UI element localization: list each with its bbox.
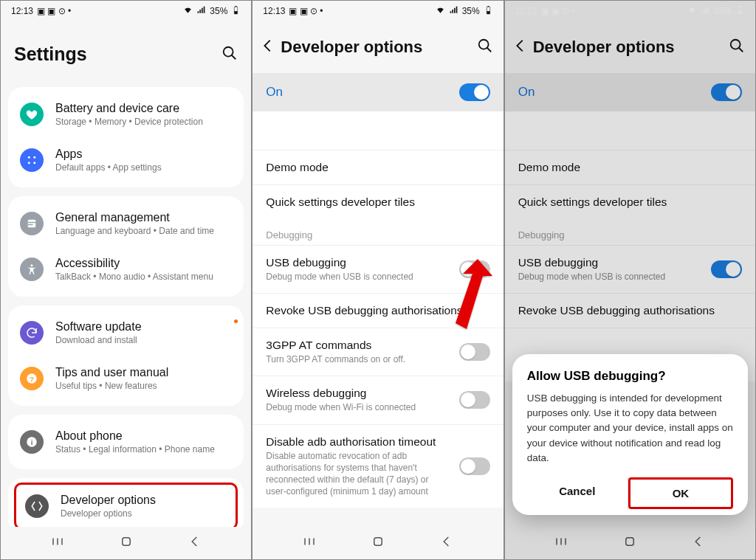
svg-rect-22: [487, 11, 489, 14]
nav-home-icon[interactable]: [370, 535, 386, 551]
row-title: Quick settings developer tiles: [266, 196, 489, 209]
cancel-button[interactable]: Cancel: [527, 477, 628, 509]
revoke-auth-row: Revoke USB debugging authorisations: [505, 293, 755, 328]
usb-debugging-dialog: Allow USB debugging? USB debugging is in…: [512, 354, 748, 515]
status-battery: 35%: [714, 6, 732, 16]
nav-bar: [505, 527, 755, 559]
status-time: 12:13: [515, 6, 537, 16]
row-title: Accessibility: [55, 257, 232, 270]
row-title: Disable adb authorisation timeout: [266, 435, 450, 449]
row-title: Demo mode: [518, 161, 742, 174]
settings-row-battery-and-device-care[interactable]: Battery and device careStorage • Memory …: [8, 91, 244, 137]
nav-recents-icon[interactable]: [49, 535, 66, 551]
row-title: Software update: [55, 320, 232, 333]
settings-row-accessibility[interactable]: AccessibilityTalkBack • Mono audio • Ass…: [8, 246, 244, 292]
tips-icon: ?: [20, 367, 44, 390]
row-title: Demo mode: [266, 161, 489, 174]
row-title: About phone: [55, 429, 232, 443]
wireless-debugging-row[interactable]: Wireless debugging Debug mode when Wi-Fi…: [252, 376, 503, 424]
master-toggle[interactable]: [459, 83, 490, 101]
adb-toggle[interactable]: [459, 457, 490, 475]
search-icon[interactable]: [477, 38, 493, 57]
status-notif-icons: ▣ ▣ ⊙ •: [37, 6, 71, 16]
accessibility-icon: [20, 257, 44, 281]
settings-row-software-update[interactable]: Software updateDownload and install: [8, 310, 244, 356]
status-time: 12:13: [263, 6, 285, 16]
row-title: USB debugging: [266, 256, 450, 269]
demo-mode-row[interactable]: Demo mode: [252, 150, 503, 184]
usb-debugging-toggle[interactable]: [459, 260, 490, 278]
nav-recents-icon[interactable]: [301, 535, 317, 551]
svg-point-5: [28, 156, 30, 159]
row-sub: Disable automatic revocation of adb auth…: [266, 450, 450, 498]
nav-home-icon[interactable]: [622, 535, 638, 551]
on-label: On: [266, 85, 283, 100]
settings-row-about-phone[interactable]: iAbout phoneStatus • Legal information •…: [8, 419, 244, 465]
screen-dev-options: 12:13 ▣ ▣ ⊙ • 35% Developer options On D…: [252, 1, 503, 559]
dev-list[interactable]: On Demo mode Quick settings developer ti…: [252, 73, 503, 527]
row-sub: Turn 3GPP AT commands on or off.: [266, 353, 450, 365]
gpp-toggle[interactable]: [459, 343, 490, 361]
svg-text:?: ?: [30, 375, 34, 383]
page-title: Developer options: [281, 38, 476, 57]
row-title: Tips and user manual: [55, 366, 232, 379]
row-sub: Debug mode when USB is connected: [518, 271, 702, 283]
settings-card: General managementLanguage and keyboard …: [8, 196, 244, 297]
nav-bar: [1, 527, 251, 559]
nav-home-icon[interactable]: [118, 535, 134, 551]
demo-mode-row: Demo mode: [505, 150, 755, 184]
svg-point-24: [478, 40, 488, 49]
apps-icon: [20, 148, 44, 172]
svg-rect-23: [487, 6, 489, 7]
quick-tiles-row: Quick settings developer tiles: [505, 184, 755, 219]
row-sub: Default apps • App settings: [55, 162, 232, 173]
settings-card: iAbout phoneStatus • Legal information •…: [8, 415, 244, 469]
settings-card: Developer optionsDeveloper options: [8, 478, 244, 527]
master-toggle-row: On: [505, 73, 755, 111]
screen-settings: 12:13 ▣ ▣ ⊙ • 35% Settings Battery and d…: [1, 1, 251, 559]
usb-debugging-row[interactable]: USB debugging Debug mode when USB is con…: [252, 245, 503, 293]
page-title: Developer options: [533, 38, 729, 57]
nav-recents-icon[interactable]: [553, 535, 569, 551]
wireless-toggle[interactable]: [459, 391, 490, 409]
back-icon[interactable]: [260, 38, 276, 57]
status-bar: 12:13 ▣ ▣ ⊙ • 35%: [505, 1, 755, 21]
svg-point-12: [31, 264, 33, 266]
settings-row-tips-and-user-manual[interactable]: ?Tips and user manualUseful tips • New f…: [8, 356, 244, 401]
blank-space: [252, 111, 503, 150]
status-time: 12:13: [11, 6, 33, 16]
settings-row-apps[interactable]: AppsDefault apps • App settings: [8, 137, 244, 183]
settings-row-developer-options[interactable]: Developer optionsDeveloper options: [14, 483, 238, 527]
search-icon[interactable]: [221, 45, 238, 64]
revoke-auth-row[interactable]: Revoke USB debugging authorisations: [252, 293, 503, 328]
wifi-icon: [183, 5, 193, 17]
svg-point-7: [28, 162, 30, 164]
svg-rect-30: [374, 538, 382, 546]
svg-text:i: i: [31, 438, 33, 446]
svg-rect-32: [738, 11, 741, 14]
section-debugging: Debugging: [252, 219, 503, 245]
search-icon[interactable]: [729, 38, 745, 57]
master-toggle-row[interactable]: On: [252, 73, 503, 111]
svg-rect-39: [626, 538, 634, 546]
gpp-row[interactable]: 3GPP AT commands Turn 3GPP AT commands o…: [252, 328, 503, 376]
row-sub: Debug mode when Wi-Fi is connected: [266, 401, 450, 413]
status-battery: 35%: [462, 6, 480, 16]
nav-bar: [252, 527, 503, 559]
row-title: Wireless debugging: [266, 387, 450, 400]
nav-back-icon[interactable]: [187, 535, 203, 551]
ok-button[interactable]: OK: [628, 477, 733, 509]
svg-line-25: [487, 48, 491, 52]
status-bar: 12:13 ▣ ▣ ⊙ • 35%: [252, 1, 503, 21]
adb-timeout-row[interactable]: Disable adb authorisation timeout Disabl…: [252, 424, 503, 508]
quick-tiles-row[interactable]: Quick settings developer tiles: [252, 184, 503, 219]
settings-list[interactable]: Battery and device careStorage • Memory …: [1, 87, 251, 527]
back-icon[interactable]: [512, 38, 529, 57]
nav-back-icon[interactable]: [690, 535, 707, 551]
status-notif-icons: ▣ ▣ ⊙ •: [541, 6, 575, 16]
svg-point-34: [731, 40, 740, 49]
settings-row-general-management[interactable]: General managementLanguage and keyboard …: [8, 201, 244, 246]
usb-debugging-row: USB debugging Debug mode when USB is con…: [505, 245, 755, 293]
nav-back-icon[interactable]: [439, 535, 455, 551]
battery-icon: [484, 5, 493, 17]
